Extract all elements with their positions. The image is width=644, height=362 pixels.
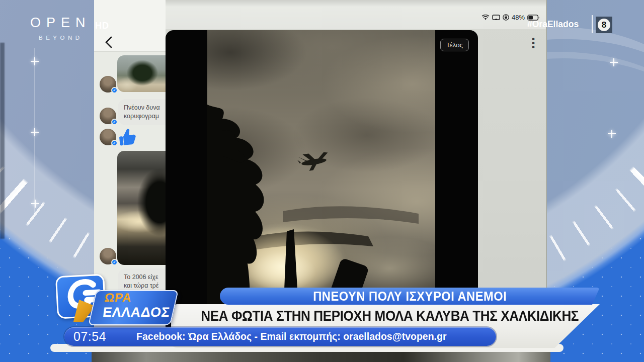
topic-banner: ΠΝΕΟΥΝ ΠΟΛΥ ΙΣΧΥΡΟΙ ΑΝΕΜΟΙ xyxy=(220,288,600,305)
battery-percent: 48% xyxy=(512,14,525,21)
channel-logo-title: OPEN xyxy=(30,15,91,31)
channel-8-logo: 8 xyxy=(596,17,612,33)
headline-text: ΝΕΑ ΦΩΤΙΑ ΣΤΗΝ ΠΕΡΙΟΧΗ ΜΟΛΑ ΚΑΛΥΒΑ ΤΗΣ Χ… xyxy=(201,307,559,324)
hd-badge: HD xyxy=(95,21,109,31)
logo-plate: ΩΡΑ ΕΛΛΑΔΟΣ xyxy=(88,290,179,325)
ticker-time: 07:54 xyxy=(73,329,106,344)
sparkle-glint xyxy=(608,130,616,138)
logo-line2: ΕΛΛΑΔΟΣ xyxy=(102,306,171,319)
sparkle-glint xyxy=(31,200,39,208)
more-options-button[interactable]: ••• xyxy=(530,37,537,50)
avatar: ✓ xyxy=(100,129,116,145)
messenger-badge-icon: ✓ xyxy=(111,87,118,94)
messenger-badge-icon: ✓ xyxy=(111,119,118,125)
bubble-line: Πνέουν δυνα xyxy=(124,104,166,112)
sparkle-glint xyxy=(31,57,39,65)
separator-line xyxy=(592,15,593,33)
left-edge-shadow xyxy=(0,43,5,239)
bubble-line: κορυφογραμ xyxy=(124,112,166,121)
ticker-bar: 07:54 Facebook: Ώρα Ελλάδος - Email εκπο… xyxy=(64,327,496,346)
screen-mirroring-icon xyxy=(492,15,500,21)
logo-line1: ΩΡΑ xyxy=(104,292,172,304)
topic-text: ΠΝΕΟΥΝ ΠΟΛΥ ΙΣΧΥΡΟΙ ΑΝΕΜΟΙ xyxy=(313,289,507,304)
chat-text-message: Πνέουν δυνα κορυφογραμ xyxy=(118,99,166,125)
wifi-icon xyxy=(481,15,490,21)
avatar: ✓ xyxy=(100,76,116,93)
messenger-badge-icon: ✓ xyxy=(111,140,118,146)
avatar: ✓ xyxy=(100,108,116,124)
channel-logo: OPEN BEYOND xyxy=(30,15,91,41)
messenger-badge-icon: ✓ xyxy=(111,259,118,265)
avatar: ✓ xyxy=(100,248,116,264)
channel-8-number: 8 xyxy=(598,19,610,31)
chat-image-message[interactable] xyxy=(117,151,166,265)
back-button[interactable] xyxy=(104,36,115,49)
channel-logo-subtitle: BEYOND xyxy=(39,35,91,41)
chat-image-message[interactable] xyxy=(117,55,166,92)
show-hashtag: #OraEllados xyxy=(527,19,579,30)
sparkle-glint xyxy=(610,58,618,66)
done-button[interactable]: Τέλος xyxy=(440,39,469,51)
sparkle-glint xyxy=(31,128,39,136)
broadcast-frame: 7:54 πμ Δευ 11 Απρ 48% xyxy=(0,0,644,362)
rotation-lock-icon xyxy=(503,14,509,21)
show-logo: ΩΡΑ ΕΛΛΑΔΟΣ xyxy=(48,272,179,329)
thumbs-up-sticker xyxy=(118,127,136,147)
airplane-silhouette xyxy=(297,151,331,172)
ticker-text: Facebook: Ώρα Ελλάδος - Email εκπομπής: … xyxy=(136,331,446,342)
